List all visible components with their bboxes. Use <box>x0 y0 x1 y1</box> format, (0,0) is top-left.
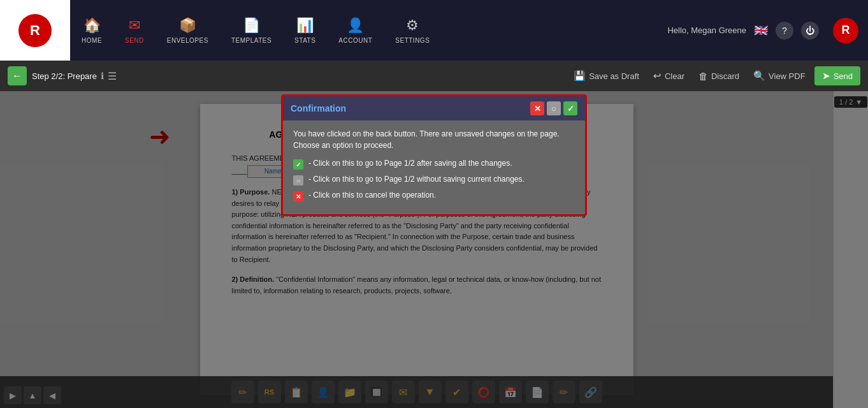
nav-settings[interactable]: ⚙ SETTINGS <box>384 0 441 61</box>
account-icon: 👤 <box>347 17 364 34</box>
templates-label: TEMPLATES <box>231 37 271 44</box>
clear-icon: ↩ <box>653 70 662 82</box>
info-icon[interactable]: ℹ <box>101 71 104 81</box>
flag-icon: 🇬🇧 <box>754 24 768 38</box>
home-label: HOME <box>82 37 102 44</box>
main-toolbar: ← Step 2/2: Prepare ℹ ☰ 💾 Save as Draft … <box>0 61 868 91</box>
modal-header-buttons: ✕ ○ ✓ <box>530 101 577 115</box>
rsign-logo: R <box>18 14 52 47</box>
top-navigation: R 🏠 HOME ✉ SEND 📦 ENVELOPES 📄 TEMPLATES … <box>0 0 868 61</box>
modal-body: You have clicked on the back button. The… <box>283 120 585 214</box>
save-draft-icon: 💾 <box>574 70 586 82</box>
modal-confirm-button[interactable]: ✓ <box>563 101 577 115</box>
clear-button[interactable]: ↩ Clear <box>648 68 690 84</box>
modal-option-cancel: ✕ - Click on this to cancel the operatio… <box>293 191 575 201</box>
option-save-text: - Click on this to go to Page 1/2 after … <box>308 159 512 168</box>
confirmation-modal: Confirmation ✕ ○ ✓ You have clicked on t… <box>281 94 587 216</box>
option-gray-icon: ○ <box>293 175 303 186</box>
modal-option-nosave: ○ - Click on this to go to Page 1/2 with… <box>293 175 575 186</box>
nav-items: 🏠 HOME ✉ SEND 📦 ENVELOPES 📄 TEMPLATES 📊 … <box>70 0 667 61</box>
logo-area: R <box>0 0 70 61</box>
send-icon: ✉ <box>129 17 140 34</box>
modal-header: Confirmation ✕ ○ ✓ <box>283 96 585 120</box>
nav-stats[interactable]: 📊 STATS <box>283 0 327 61</box>
nav-right: Hello, Megan Greene 🇬🇧 ? ⏻ R <box>667 18 868 43</box>
home-icon: 🏠 <box>83 17 101 34</box>
power-button[interactable]: ⏻ <box>801 22 819 40</box>
view-pdf-button[interactable]: 🔍 View PDF <box>748 68 811 84</box>
modal-cancel-button[interactable]: ✕ <box>530 101 544 115</box>
nav-home[interactable]: 🏠 HOME <box>70 0 113 61</box>
stats-icon: 📊 <box>296 17 314 34</box>
modal-overlay: Confirmation ✕ ○ ✓ You have clicked on t… <box>0 91 868 408</box>
stats-label: STATS <box>294 37 315 44</box>
option-cancel-text: - Click on this to cancel the operation. <box>308 191 436 200</box>
send-button[interactable]: ➤ Send <box>814 66 860 85</box>
back-button[interactable]: ← <box>8 66 27 85</box>
user-greeting: Hello, Megan Greene <box>667 26 746 35</box>
main-area: ➜ AGREEMENT REGARDING MUTUAL DISCLOSURE … <box>0 91 868 408</box>
nav-send[interactable]: ✉ SEND <box>113 0 156 61</box>
envelopes-label: ENVELOPES <box>167 37 208 44</box>
option-red-icon: ✕ <box>293 191 303 201</box>
toolbar-actions: 💾 Save as Draft ↩ Clear 🗑 Discard 🔍 View… <box>568 66 860 85</box>
top-right-logo: R <box>833 18 858 43</box>
send-label: SEND <box>125 37 144 44</box>
settings-icon: ⚙ <box>406 17 419 34</box>
settings-label: SETTINGS <box>395 37 430 44</box>
nav-account[interactable]: 👤 ACCOUNT <box>327 0 384 61</box>
nav-envelopes[interactable]: 📦 ENVELOPES <box>156 0 220 61</box>
discard-button[interactable]: 🗑 Discard <box>693 68 744 84</box>
modal-title: Confirmation <box>291 103 346 113</box>
save-draft-button[interactable]: 💾 Save as Draft <box>568 68 644 84</box>
modal-neutral-button[interactable]: ○ <box>547 101 561 115</box>
help-button[interactable]: ? <box>776 22 793 40</box>
list-icon[interactable]: ☰ <box>108 70 117 82</box>
view-pdf-icon: 🔍 <box>753 70 765 82</box>
envelopes-icon: 📦 <box>179 17 196 34</box>
account-label: ACCOUNT <box>338 37 372 44</box>
step-label: Step 2/2: Prepare <box>32 71 97 81</box>
option-nosave-text: - Click on this to go to Page 1/2 withou… <box>308 175 524 184</box>
discard-icon: 🗑 <box>698 71 708 82</box>
nav-templates[interactable]: 📄 TEMPLATES <box>220 0 283 61</box>
modal-option-save: ✓ - Click on this to go to Page 1/2 afte… <box>293 159 575 170</box>
option-green-icon: ✓ <box>293 159 303 170</box>
templates-icon: 📄 <box>243 17 260 34</box>
send-btn-icon: ➤ <box>822 70 830 82</box>
step-info: Step 2/2: Prepare ℹ ☰ <box>32 70 117 82</box>
modal-message: You have clicked on the back button. The… <box>293 128 575 151</box>
